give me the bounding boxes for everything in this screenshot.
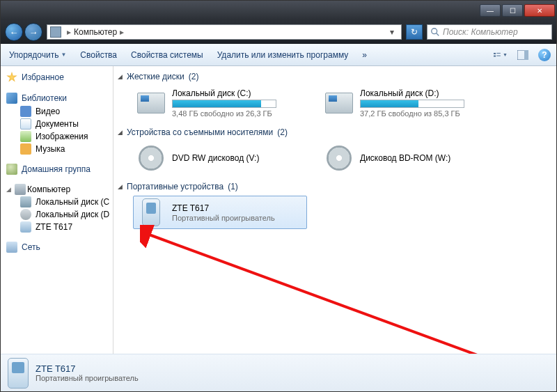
usage-bar xyxy=(360,100,464,108)
sidebar-item-label: Локальный диск (C xyxy=(36,197,109,207)
sidebar-item-label: ZTE T617 xyxy=(36,222,72,232)
search-placeholder: Поиск: Компьютер xyxy=(443,27,518,37)
sidebar: Избранное Библиотеки Видео Документы Изо… xyxy=(1,66,113,354)
phone-icon xyxy=(20,221,31,233)
view-options-button[interactable]: ▼ xyxy=(494,48,508,62)
group-title: Портативные устройства xyxy=(127,182,223,191)
disc-icon xyxy=(20,209,31,220)
toolbar-organize-label: Упорядочить xyxy=(9,50,58,60)
drive-sub: 3,48 ГБ свободно из 26,3 ГБ xyxy=(172,109,276,118)
svg-rect-3 xyxy=(494,55,496,56)
drive-label: DVD RW дисковод (V:) xyxy=(172,153,259,163)
search-box[interactable]: Поиск: Компьютер xyxy=(427,24,552,40)
sidebar-computer-label: Компьютер xyxy=(27,185,70,194)
content-pane: ◢ Жесткие диски (2) Локальный диск (C:) … xyxy=(113,66,556,354)
group-header-portable[interactable]: ◢ Портативные устройства (1) xyxy=(118,182,549,191)
breadcrumb-sep2: ▸ xyxy=(120,27,124,37)
toolbar-overflow[interactable]: » xyxy=(359,49,370,61)
hdd-icon xyxy=(325,93,353,113)
window-maximize-button[interactable]: ☐ xyxy=(502,4,523,17)
nav-back-button[interactable]: ← xyxy=(5,23,23,41)
svg-rect-7 xyxy=(524,50,528,60)
sidebar-homegroup[interactable]: Домашняя группа xyxy=(1,162,113,176)
drive-sub: 37,2 ГБ свободно из 85,3 ГБ xyxy=(360,109,464,118)
sidebar-computer[interactable]: ◢ Компьютер xyxy=(1,183,113,196)
window-minimize-button[interactable]: — xyxy=(480,4,501,17)
sidebar-libraries[interactable]: Библиотеки xyxy=(1,91,113,105)
sidebar-network[interactable]: Сеть xyxy=(1,240,113,254)
refresh-button[interactable]: ↻ xyxy=(406,24,423,40)
video-icon xyxy=(20,106,31,117)
titlebar: — ☐ ✕ xyxy=(1,1,556,20)
address-bar[interactable]: ▸ Компьютер ▸ ▾ xyxy=(47,24,402,40)
network-icon xyxy=(6,242,17,253)
homegroup-icon xyxy=(6,164,17,175)
device-label: ZTE T617 xyxy=(172,203,275,213)
details-sub: Портативный проигрыватель xyxy=(36,374,139,382)
drive-item-dvd[interactable]: DVD RW дисковод (V:) xyxy=(133,141,307,175)
computer-icon xyxy=(15,184,26,195)
svg-line-1 xyxy=(437,33,439,36)
star-icon xyxy=(6,72,17,83)
drive-item-d[interactable]: Локальный диск (D:) 37,2 ГБ свободно из … xyxy=(321,86,495,120)
group-count: (1) xyxy=(228,182,238,191)
phone-icon xyxy=(142,198,160,226)
collapse-icon: ◢ xyxy=(118,183,123,190)
group-count: (2) xyxy=(189,72,199,81)
chevron-down-icon: ▼ xyxy=(503,52,508,57)
body: Избранное Библиотеки Видео Документы Изо… xyxy=(1,66,556,354)
sidebar-item-zte[interactable]: ZTE T617 xyxy=(1,221,113,233)
sidebar-libraries-label: Библиотеки xyxy=(22,93,67,103)
window-close-button[interactable]: ✕ xyxy=(524,4,555,17)
collapse-icon: ◢ xyxy=(118,129,123,136)
sidebar-item-label: Изображения xyxy=(36,132,88,141)
sidebar-item-music[interactable]: Музыка xyxy=(1,143,113,155)
music-icon xyxy=(20,143,31,155)
device-item-zte[interactable]: ZTE T617 Портативный проигрыватель xyxy=(133,196,307,229)
toolbar-system-properties[interactable]: Свойства системы xyxy=(128,49,206,61)
group-count: (2) xyxy=(277,127,288,137)
sidebar-favorites[interactable]: Избранное xyxy=(1,70,113,84)
dvd-icon xyxy=(139,146,164,171)
breadcrumb-root[interactable]: Компьютер xyxy=(74,27,117,37)
hdd-icon xyxy=(137,93,165,113)
drive-label: Локальный диск (D:) xyxy=(360,88,464,98)
sidebar-network-label: Сеть xyxy=(22,242,40,252)
preview-pane-button[interactable] xyxy=(516,48,530,62)
sidebar-item-label: Документы xyxy=(36,119,79,129)
address-dropdown[interactable]: ▾ xyxy=(386,27,398,37)
sidebar-item-video[interactable]: Видео xyxy=(1,105,113,118)
svg-rect-2 xyxy=(494,52,496,54)
sidebar-item-documents[interactable]: Документы xyxy=(1,118,113,130)
search-icon xyxy=(430,27,440,37)
tree-expand-icon[interactable]: ◢ xyxy=(6,186,13,193)
drive-item-bd[interactable]: Дисковод BD-ROM (W:) xyxy=(321,141,495,175)
phone-icon xyxy=(8,358,29,389)
device-sub: Портативный проигрыватель xyxy=(172,214,275,222)
sidebar-item-disk-d[interactable]: Локальный диск (D xyxy=(1,208,113,221)
hdd-icon xyxy=(20,196,31,207)
sidebar-item-images[interactable]: Изображения xyxy=(1,130,113,143)
svg-line-9 xyxy=(146,233,502,354)
toolbar-properties[interactable]: Свойства xyxy=(77,49,120,61)
annotation-arrow xyxy=(140,225,530,354)
svg-point-0 xyxy=(432,29,437,34)
svg-rect-5 xyxy=(496,55,501,56)
breadcrumb-sep: ▸ xyxy=(67,27,71,37)
details-pane: ZTE T617 Портативный проигрыватель xyxy=(1,354,556,391)
nav-forward-button[interactable]: → xyxy=(24,23,42,41)
group-title: Жесткие диски xyxy=(127,72,185,81)
group-header-removable[interactable]: ◢ Устройства со съемными носителями (2) xyxy=(118,127,549,137)
sidebar-favorites-label: Избранное xyxy=(22,72,64,82)
computer-icon xyxy=(50,26,61,38)
sidebar-item-label: Музыка xyxy=(36,144,65,154)
sidebar-item-disk-c[interactable]: Локальный диск (C xyxy=(1,196,113,208)
toolbar: Упорядочить ▼ Свойства Свойства системы … xyxy=(1,44,556,66)
help-button[interactable]: ? xyxy=(538,49,551,61)
group-header-hdd[interactable]: ◢ Жесткие диски (2) xyxy=(118,72,549,81)
toolbar-organize[interactable]: Упорядочить ▼ xyxy=(6,49,69,61)
toolbar-uninstall[interactable]: Удалить или изменить программу xyxy=(214,49,352,61)
explorer-window: — ☐ ✕ ← → ▸ Компьютер ▸ ▾ ↻ Поиск: Компь… xyxy=(0,0,557,392)
drive-item-c[interactable]: Локальный диск (C:) 3,48 ГБ свободно из … xyxy=(133,86,307,120)
group-title: Устройства со съемными носителями xyxy=(127,127,273,137)
